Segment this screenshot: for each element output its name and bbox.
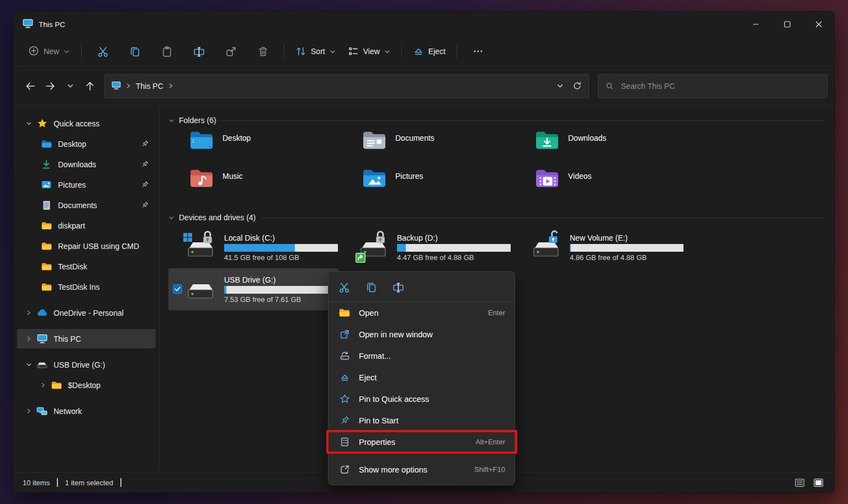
sidebar-item-downloads[interactable]: Downloads [17, 155, 156, 174]
sidebar-item-diskpart[interactable]: diskpart [17, 216, 156, 235]
forward-button[interactable] [40, 76, 60, 96]
sidebar-item-this-pc[interactable]: This PC [17, 329, 156, 348]
eject-toolbar-button[interactable]: Eject [407, 42, 452, 61]
sidebar-item-label: Repair USB using CMD [58, 242, 139, 251]
sort-button[interactable]: Sort [289, 42, 342, 61]
folder-tile-downloads[interactable]: Downloads [514, 129, 687, 167]
close-button[interactable] [803, 12, 834, 37]
sidebar-item-network[interactable]: Network [17, 401, 156, 421]
folder-name: Downloads [568, 134, 606, 142]
breadcrumb-this-pc[interactable]: This PC [136, 82, 163, 91]
large-icons-view-button[interactable] [811, 476, 825, 489]
sidebar-item-desktop[interactable]: Desktop [17, 134, 156, 153]
chevron-right-icon[interactable] [22, 336, 36, 342]
menu-item-show-more-options[interactable]: Show more options Shift+F10 [331, 459, 512, 480]
menu-item-open-in-new-window[interactable]: Open in new window [331, 323, 512, 345]
folder-icon [40, 242, 52, 251]
eject-icon [338, 372, 351, 383]
collapse-chevron-icon[interactable] [168, 215, 174, 221]
sort-label: Sort [311, 47, 325, 56]
new-button[interactable]: New [22, 41, 76, 62]
address-dropdown-icon[interactable] [556, 82, 564, 89]
videos-folder-icon [535, 168, 560, 192]
cut-button[interactable] [333, 277, 354, 297]
maximize-button[interactable] [771, 12, 803, 37]
menu-item-eject[interactable]: Eject [331, 367, 512, 388]
menu-shortcut: Shift+F10 [474, 465, 505, 474]
menu-shortcut: Enter [488, 309, 505, 317]
more-options-button[interactable] [467, 41, 489, 61]
rename-button[interactable] [188, 41, 210, 61]
search-box[interactable] [598, 74, 828, 98]
chevron-right-icon[interactable] [22, 310, 36, 316]
sidebar-item-dollar-desktop[interactable]: $Desktop [17, 375, 156, 395]
drive-tile-local-disk-c[interactable]: Local Disk (C:) 41.5 GB free of 108 GB [168, 226, 341, 268]
chevron-right-icon[interactable] [22, 408, 36, 414]
folder-tile-desktop[interactable]: Desktop [168, 129, 341, 167]
sidebar-item-documents[interactable]: Documents [17, 195, 156, 215]
lock-badge-icon [374, 230, 386, 245]
folder-name: Videos [568, 172, 592, 181]
drive-icon [358, 234, 390, 261]
chevron-down-icon[interactable] [22, 120, 36, 126]
delete-button[interactable] [252, 41, 274, 61]
menu-item-pin-to-quick-access[interactable]: Pin to Quick access [331, 388, 512, 410]
rename-icon [193, 46, 205, 57]
sidebar-item-label: Network [54, 407, 82, 416]
desktop-folder-icon [189, 130, 215, 153]
details-view-button[interactable] [792, 476, 807, 489]
sidebar-item-onedrive[interactable]: OneDrive - Personal [17, 303, 156, 322]
share-button[interactable] [220, 41, 242, 61]
menu-item-format[interactable]: Format... [331, 345, 512, 367]
cut-button[interactable] [92, 41, 114, 61]
sidebar-item-quick-access[interactable]: Quick access [17, 114, 156, 133]
show-more-icon [338, 464, 351, 475]
chevron-right-icon[interactable] [36, 382, 50, 388]
up-button[interactable] [80, 76, 100, 96]
minimize-button[interactable] [740, 12, 771, 37]
menu-item-label: Pin to Quick access [359, 395, 429, 404]
copy-button[interactable] [361, 277, 381, 297]
sidebar-item-testdisk-ins[interactable]: TestDisk Ins [17, 277, 156, 296]
chevron-down-icon[interactable] [22, 362, 36, 368]
details-view-icon [795, 479, 804, 487]
drive-tile-new-volume-e[interactable]: New Volume (E:) 4.86 GB free of 4.88 GB [514, 226, 687, 268]
menu-item-properties[interactable]: Properties Alt+Enter [331, 431, 512, 453]
folder-tile-pictures[interactable]: Pictures [341, 167, 514, 205]
chevron-down-icon [63, 49, 70, 55]
drive-tile-usb-drive-g[interactable]: USB Drive (G:) 7.53 GB free of 7.61 GB [168, 268, 338, 310]
menu-item-label: Format... [359, 352, 391, 360]
recent-locations-button[interactable] [60, 76, 80, 96]
drive-tile-backup-d[interactable]: Backup (D:) 4.47 GB free of 4.88 GB [341, 226, 514, 268]
menu-item-pin-to-start[interactable]: Pin to Start [331, 410, 512, 431]
copy-button[interactable] [124, 41, 146, 61]
menu-item-open[interactable]: Open Enter [331, 302, 512, 323]
folder-tile-music[interactable]: Music [168, 167, 341, 205]
back-button[interactable] [20, 76, 40, 96]
view-button[interactable]: View [342, 42, 396, 61]
selection-checkbox[interactable] [173, 284, 182, 294]
ellipsis-icon [473, 46, 483, 56]
collapse-chevron-icon[interactable] [168, 118, 174, 124]
folder-icon [40, 221, 52, 230]
sidebar-item-pictures[interactable]: Pictures [17, 175, 156, 194]
sidebar-item-usb-drive[interactable]: USB Drive (G:) [17, 355, 156, 374]
address-bar[interactable]: This PC [104, 74, 589, 98]
clipboard-icon [161, 46, 173, 57]
folder-tile-documents[interactable]: Documents [341, 129, 514, 167]
onedrive-cloud-icon [36, 309, 48, 316]
paste-button[interactable] [156, 41, 178, 61]
toolbar-separator [457, 44, 457, 59]
folder-tile-videos[interactable]: Videos [514, 167, 687, 205]
rename-button[interactable] [388, 277, 409, 297]
plus-circle-icon [28, 45, 39, 58]
menu-item-label: Open [359, 309, 378, 317]
search-input[interactable] [620, 81, 820, 91]
folder-name: Desktop [222, 134, 251, 142]
pin-icon [141, 160, 149, 168]
sidebar-item-testdisk[interactable]: TestDisk [17, 257, 156, 276]
folder-name: Music [222, 172, 243, 181]
sidebar-item-repair-usb[interactable]: Repair USB using CMD [17, 236, 156, 256]
sidebar-item-label: OneDrive - Personal [54, 309, 124, 317]
refresh-icon[interactable] [573, 81, 582, 91]
